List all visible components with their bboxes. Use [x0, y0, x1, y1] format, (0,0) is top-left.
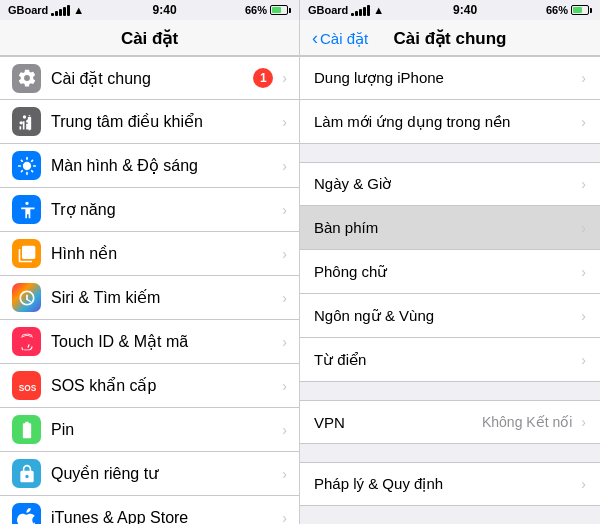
left-status-right: 66%: [245, 4, 291, 16]
chevron-icon: ›: [581, 70, 586, 86]
right-carrier-label: GBoard: [308, 4, 348, 16]
right-section-4: Pháp lý & Quy định ›: [300, 462, 600, 506]
siri-icon: [17, 288, 37, 308]
fingerprint-icon: [17, 332, 37, 352]
right-item-tu-dien[interactable]: Từ điển ›: [300, 338, 600, 382]
chevron-icon: ›: [282, 466, 287, 482]
fingerprint-icon-wrap: [12, 327, 41, 356]
right-item-ngon-ngu[interactable]: Ngôn ngữ & Vùng ›: [300, 294, 600, 338]
chevron-icon: ›: [282, 202, 287, 218]
svg-point-2: [26, 119, 29, 122]
svg-text:SOS: SOS: [18, 383, 36, 393]
chevron-icon: ›: [282, 114, 287, 130]
section-gap-2: [300, 382, 600, 400]
right-time: 9:40: [453, 3, 477, 17]
left-panel: GBoard ▲ 9:40 66% Cài đặt: [0, 0, 300, 524]
left-nav-header: Cài đặt: [0, 20, 299, 56]
sos-icon: SOS: [17, 376, 37, 396]
chevron-icon: ›: [282, 334, 287, 350]
right-item-label: Phông chữ: [314, 263, 577, 281]
gear-icon: [17, 68, 37, 88]
settings-item-sos[interactable]: SOS SOS khẩn cấp ›: [0, 364, 299, 408]
battery-settings-icon: [17, 420, 37, 440]
chevron-icon: ›: [282, 510, 287, 525]
left-time: 9:40: [153, 3, 177, 17]
right-item-vpn[interactable]: VPN Không Kết nối ›: [300, 400, 600, 444]
back-label: Cài đặt: [320, 30, 368, 48]
privacy-icon-wrap: [12, 459, 41, 488]
left-page-title: Cài đặt: [0, 28, 299, 49]
controls-icon-wrap: [12, 107, 41, 136]
settings-item-cai-dat-chung[interactable]: Cài đặt chung 1 ›: [0, 56, 299, 100]
accessibility-icon: [17, 200, 37, 220]
settings-item-label: Siri & Tìm kiếm: [51, 288, 278, 307]
right-item-phap-ly[interactable]: Pháp lý & Quy định ›: [300, 462, 600, 506]
settings-item-label: Pin: [51, 421, 278, 439]
right-battery-percent: 66%: [546, 4, 568, 16]
settings-item-touch-id[interactable]: Touch ID & Mật mã ›: [0, 320, 299, 364]
settings-item-label: Quyền riêng tư: [51, 464, 278, 483]
right-item-lam-moi[interactable]: Làm mới ứng dụng trong nền ›: [300, 100, 600, 144]
right-section-3: VPN Không Kết nối ›: [300, 400, 600, 444]
right-item-ngay-gio[interactable]: Ngày & Giờ ›: [300, 162, 600, 206]
settings-item-label: Hình nền: [51, 244, 278, 263]
settings-item-trung-tam[interactable]: Trung tâm điều khiển ›: [0, 100, 299, 144]
chevron-icon: ›: [282, 378, 287, 394]
right-status-bar: GBoard ▲ 9:40 66%: [300, 0, 600, 20]
settings-item-hinh-nen[interactable]: Hình nền ›: [0, 232, 299, 276]
right-battery-icon: [571, 5, 592, 15]
gear-icon-wrap: [12, 64, 41, 93]
carrier-label: GBoard: [8, 4, 48, 16]
chevron-icon: ›: [581, 114, 586, 130]
right-item-label: Ngày & Giờ: [314, 175, 577, 193]
signal-icon: [51, 5, 70, 16]
settings-item-label: iTunes & App Store: [51, 509, 278, 525]
wallpaper-icon-wrap: [12, 239, 41, 268]
settings-item-pin[interactable]: Pin ›: [0, 408, 299, 452]
brightness-icon-wrap: [12, 151, 41, 180]
siri-icon-wrap: [12, 283, 41, 312]
chevron-icon: ›: [581, 352, 586, 368]
privacy-icon: [17, 464, 37, 484]
right-section-1: Dung lượng iPhone › Làm mới ứng dụng tro…: [300, 56, 600, 144]
right-status-left: GBoard ▲: [308, 4, 384, 16]
settings-item-man-hinh[interactable]: Màn hình & Độ sáng ›: [0, 144, 299, 188]
chevron-icon: ›: [282, 246, 287, 262]
settings-item-itunes[interactable]: iTunes & App Store ›: [0, 496, 299, 524]
right-item-label: Ngôn ngữ & Vùng: [314, 307, 577, 325]
battery-percent: 66%: [245, 4, 267, 16]
chevron-icon: ›: [581, 176, 586, 192]
settings-item-quyen-rieng-tu[interactable]: Quyền riêng tư ›: [0, 452, 299, 496]
appstore-icon: [17, 508, 37, 525]
right-item-label: Làm mới ứng dụng trong nền: [314, 113, 577, 131]
controls-icon: [17, 112, 37, 132]
right-item-label: Pháp lý & Quy định: [314, 475, 577, 493]
chevron-icon: ›: [282, 290, 287, 306]
chevron-icon: ›: [581, 414, 586, 430]
back-button[interactable]: ‹ Cài đặt: [312, 28, 368, 49]
chevron-icon: ›: [581, 220, 586, 236]
right-settings-list: Dung lượng iPhone › Làm mới ứng dụng tro…: [300, 56, 600, 524]
svg-point-0: [22, 115, 25, 118]
right-item-phong-chu[interactable]: Phông chữ ›: [300, 250, 600, 294]
settings-item-label: Màn hình & Độ sáng: [51, 156, 278, 175]
left-status-left: GBoard ▲: [8, 4, 84, 16]
chevron-icon: ›: [282, 422, 287, 438]
right-item-dung-luong[interactable]: Dung lượng iPhone ›: [300, 56, 600, 100]
right-page-title: Cài đặt chung: [394, 28, 507, 49]
left-status-bar: GBoard ▲ 9:40 66%: [0, 0, 299, 20]
battery-icon: [270, 5, 291, 15]
right-item-label: Dung lượng iPhone: [314, 69, 577, 87]
right-item-label: VPN: [314, 414, 482, 431]
chevron-icon: ›: [581, 308, 586, 324]
settings-item-tro-nang[interactable]: Trợ năng ›: [0, 188, 299, 232]
chevron-icon: ›: [282, 158, 287, 174]
settings-item-label: SOS khẩn cấp: [51, 376, 278, 395]
settings-item-siri[interactable]: Siri & Tìm kiếm ›: [0, 276, 299, 320]
right-item-label: Bàn phím: [314, 219, 577, 236]
right-item-label: Từ điển: [314, 351, 577, 369]
wallpaper-icon: [17, 244, 37, 264]
sos-icon-wrap: SOS: [12, 371, 41, 400]
settings-item-label: Trung tâm điều khiển: [51, 112, 278, 131]
right-item-ban-phim[interactable]: Bàn phím ›: [300, 206, 600, 250]
